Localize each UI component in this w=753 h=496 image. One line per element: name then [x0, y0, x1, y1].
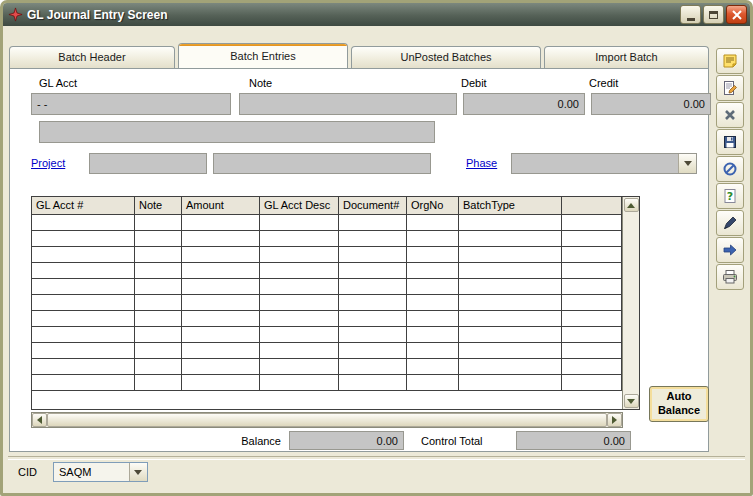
- print-button[interactable]: [716, 264, 744, 290]
- grid-cell[interactable]: [562, 359, 622, 374]
- grid-cell[interactable]: [32, 375, 135, 390]
- grid-cell[interactable]: [562, 375, 622, 390]
- cid-dropdown[interactable]: SAQM: [53, 462, 148, 482]
- grid-cell[interactable]: [339, 343, 407, 358]
- grid-row[interactable]: [32, 343, 622, 359]
- grid-cell[interactable]: [32, 343, 135, 358]
- grid-cell[interactable]: [32, 327, 135, 342]
- grid-cell[interactable]: [135, 375, 182, 390]
- cancel-button[interactable]: [716, 156, 744, 182]
- project-code-input[interactable]: [89, 153, 207, 174]
- grid-row[interactable]: [32, 375, 622, 391]
- grid-cell[interactable]: [182, 327, 260, 342]
- grid-cell[interactable]: [407, 327, 459, 342]
- grid-row[interactable]: [32, 279, 622, 295]
- edit-button[interactable]: [716, 75, 744, 101]
- grid-cell[interactable]: [182, 247, 260, 262]
- grid-cell[interactable]: [135, 295, 182, 310]
- project-desc-input[interactable]: [213, 153, 431, 174]
- grid-cell[interactable]: [135, 215, 182, 230]
- grid-cell[interactable]: [32, 247, 135, 262]
- grid-column-header[interactable]: Amount: [182, 197, 260, 214]
- grid-cell[interactable]: [407, 263, 459, 278]
- grid-cell[interactable]: [339, 231, 407, 246]
- tab-unposted-batches[interactable]: UnPosted Batches: [351, 46, 541, 68]
- grid-cell[interactable]: [182, 279, 260, 294]
- grid-cell[interactable]: [32, 311, 135, 326]
- forward-button[interactable]: [716, 237, 744, 263]
- grid-cell[interactable]: [260, 375, 339, 390]
- phase-dropdown[interactable]: [511, 153, 697, 174]
- grid-column-header[interactable]: Note: [135, 197, 182, 214]
- grid-cell[interactable]: [562, 231, 622, 246]
- grid-cell[interactable]: [562, 279, 622, 294]
- grid-cell[interactable]: [407, 311, 459, 326]
- grid-cell[interactable]: [260, 247, 339, 262]
- grid-cell[interactable]: [459, 279, 562, 294]
- grid-cell[interactable]: [182, 359, 260, 374]
- grid-cell[interactable]: [260, 279, 339, 294]
- grid-row[interactable]: [32, 231, 622, 247]
- control-total-field[interactable]: 0.00: [516, 431, 631, 450]
- debit-input[interactable]: 0.00: [463, 93, 585, 115]
- grid-cell[interactable]: [260, 263, 339, 278]
- grid-cell[interactable]: [182, 375, 260, 390]
- grid-row[interactable]: [32, 215, 622, 231]
- scroll-down-button[interactable]: [624, 394, 639, 408]
- grid-cell[interactable]: [459, 327, 562, 342]
- grid-column-header[interactable]: [562, 197, 622, 214]
- scroll-right-button[interactable]: [607, 413, 622, 427]
- grid-column-header[interactable]: OrgNo: [407, 197, 459, 214]
- grid-cell[interactable]: [459, 231, 562, 246]
- grid-cell[interactable]: [135, 359, 182, 374]
- grid-cell[interactable]: [135, 263, 182, 278]
- grid-cell[interactable]: [459, 215, 562, 230]
- grid-vertical-scrollbar[interactable]: [622, 197, 639, 409]
- grid-cell[interactable]: [260, 311, 339, 326]
- grid-cell[interactable]: [562, 343, 622, 358]
- grid-cell[interactable]: [459, 311, 562, 326]
- grid-row[interactable]: [32, 327, 622, 343]
- grid-cell[interactable]: [135, 311, 182, 326]
- grid-row[interactable]: [32, 295, 622, 311]
- grid-column-header[interactable]: GL Acct Desc: [260, 197, 339, 214]
- grid-row[interactable]: [32, 247, 622, 263]
- phase-link[interactable]: Phase: [466, 157, 497, 169]
- grid-cell[interactable]: [182, 343, 260, 358]
- help-button[interactable]: ?: [716, 183, 744, 209]
- grid-cell[interactable]: [135, 279, 182, 294]
- credit-input[interactable]: 0.00: [591, 93, 711, 115]
- grid-column-header[interactable]: BatchType: [459, 197, 562, 214]
- grid-cell[interactable]: [562, 263, 622, 278]
- grid-cell[interactable]: [260, 343, 339, 358]
- title-bar[interactable]: GL Journal Entry Screen: [3, 3, 750, 26]
- gl-acct-input[interactable]: - -: [31, 93, 231, 115]
- grid-cell[interactable]: [339, 359, 407, 374]
- auto-balance-button[interactable]: Auto Balance: [649, 386, 709, 422]
- grid-cell[interactable]: [135, 343, 182, 358]
- grid-cell[interactable]: [407, 279, 459, 294]
- grid-cell[interactable]: [339, 263, 407, 278]
- phase-dropdown-button[interactable]: [678, 154, 696, 173]
- grid-row[interactable]: [32, 263, 622, 279]
- grid-horizontal-scrollbar[interactable]: [31, 412, 623, 428]
- grid-cell[interactable]: [135, 231, 182, 246]
- grid-cell[interactable]: [459, 263, 562, 278]
- grid-row[interactable]: [32, 311, 622, 327]
- grid-cell[interactable]: [32, 231, 135, 246]
- grid-cell[interactable]: [562, 311, 622, 326]
- grid-cell[interactable]: [135, 327, 182, 342]
- grid-cell[interactable]: [260, 327, 339, 342]
- grid-cell[interactable]: [407, 215, 459, 230]
- maximize-button[interactable]: [703, 5, 724, 24]
- grid-cell[interactable]: [339, 247, 407, 262]
- grid-cell[interactable]: [182, 295, 260, 310]
- grid-cell[interactable]: [260, 215, 339, 230]
- grid-cell[interactable]: [459, 375, 562, 390]
- tab-batch-entries[interactable]: Batch Entries: [178, 43, 348, 68]
- project-link[interactable]: Project: [31, 157, 65, 169]
- grid-cell[interactable]: [459, 343, 562, 358]
- grid-cell[interactable]: [182, 263, 260, 278]
- tab-batch-header[interactable]: Batch Header: [9, 46, 175, 68]
- gl-acct-desc-input[interactable]: [39, 121, 435, 143]
